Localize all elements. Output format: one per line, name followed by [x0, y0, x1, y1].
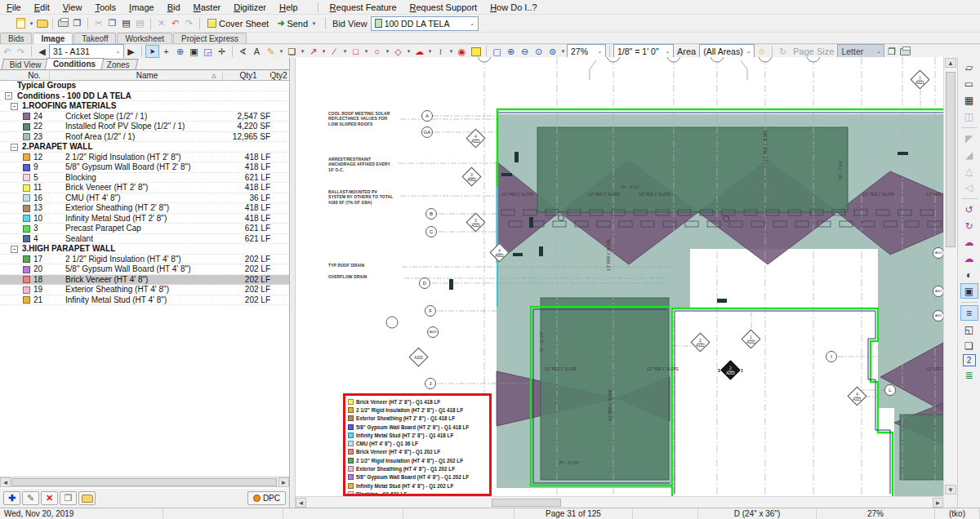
- column-header-qty1[interactable]: Qty1: [227, 70, 270, 81]
- dropdown-caret-icon[interactable]: ▾: [405, 48, 412, 55]
- zoom-out-button[interactable]: ⊖: [518, 45, 532, 58]
- add-condition-button[interactable]: ✚: [3, 491, 20, 505]
- panel-horizontal-scrollbar[interactable]: ◄ ►: [0, 477, 289, 487]
- zoom-actual-button[interactable]: ⊙: [532, 45, 546, 58]
- menu-edit[interactable]: Edit: [28, 0, 56, 15]
- collapse-toggle-icon[interactable]: −: [11, 246, 18, 253]
- scroll-up-icon[interactable]: ▲: [945, 58, 956, 68]
- takeoff-legend[interactable]: Brick Veneer (HT 2' 8") - Q1 418 LF2 1/2…: [343, 393, 492, 496]
- condition-row[interactable]: 21Infinity Metal Stud (HT 4' 8")202 LF: [0, 295, 289, 306]
- menu-digitizer[interactable]: Digitizer: [227, 0, 273, 15]
- color-adjust-button[interactable]: ▣: [960, 283, 978, 299]
- dropdown-arrow-icon[interactable]: ⌄: [663, 45, 672, 58]
- scroll-thumb[interactable]: [946, 72, 956, 247]
- record-annotation-button[interactable]: ◉: [455, 45, 469, 58]
- cover-sheet-button[interactable]: Cover Sheet: [203, 16, 273, 31]
- line-annotation-button[interactable]: ∕: [327, 45, 341, 58]
- flip-vertical-button[interactable]: △: [960, 163, 978, 179]
- dropdown-caret-icon[interactable]: ▾: [426, 48, 434, 55]
- tab-worksheet[interactable]: Worksheet: [117, 33, 172, 43]
- previous-page-button[interactable]: ◀: [35, 45, 49, 58]
- scroll-left-icon[interactable]: ◄: [0, 477, 11, 487]
- send-button[interactable]: ➜Send▾: [273, 16, 322, 31]
- group-row[interactable]: −1.ROOFING MATERIALS: [0, 101, 289, 112]
- crop-takeoff-button[interactable]: ▱: [960, 60, 978, 75]
- flip-diagonal2-button[interactable]: ◢: [960, 147, 978, 162]
- rectangle-annotation-button[interactable]: □: [349, 45, 363, 58]
- grid-button[interactable]: ▦: [960, 92, 978, 108]
- invert-colors-button[interactable]: ◐: [960, 267, 978, 282]
- drawing-vertical-scrollbar[interactable]: ▲ ▼: [943, 57, 957, 496]
- cloud-flip-button[interactable]: ☁: [960, 251, 978, 266]
- edit-condition-button[interactable]: ✎: [22, 491, 39, 505]
- menu-request-support[interactable]: Request Support: [403, 0, 484, 15]
- text-tool-button[interactable]: A: [250, 45, 264, 58]
- paste-button[interactable]: ▤: [119, 17, 133, 30]
- zoom-tool-button[interactable]: ⊕: [173, 45, 187, 58]
- select-tool-button[interactable]: ➤: [145, 45, 159, 58]
- magic-wand-button[interactable]: ☆: [755, 45, 768, 58]
- compare-pages-button[interactable]: 2: [963, 354, 976, 366]
- pan-tool-button[interactable]: ✛: [215, 45, 229, 58]
- drawing-horizontal-scrollbar[interactable]: ◄ ►: [296, 496, 943, 508]
- rotate-left-button[interactable]: ↺: [960, 202, 978, 217]
- collapse-toggle-icon[interactable]: −: [11, 144, 18, 151]
- condition-row[interactable]: 4Sealant621 LF: [0, 234, 289, 245]
- group-row[interactable]: Typical Groups: [0, 81, 289, 91]
- condition-row[interactable]: 18Brick Veneer (HT 4' 8")202 LF: [0, 275, 289, 286]
- crop-rectangle-button[interactable]: ▭: [960, 76, 978, 91]
- new-takeoff-button[interactable]: [14, 17, 28, 30]
- dropdown-arrow-icon[interactable]: ⌄: [468, 17, 477, 30]
- condition-row[interactable]: 16CMU (HT 4' 8")36 LF: [0, 193, 289, 204]
- rotate-right-button[interactable]: ↻: [960, 218, 978, 233]
- delete-button[interactable]: ✕: [154, 17, 168, 30]
- scroll-right-icon[interactable]: ►: [278, 477, 289, 487]
- dropdown-arrow-icon[interactable]: ⌄: [744, 45, 753, 58]
- erase-area-button[interactable]: ◫: [960, 109, 978, 124]
- group-row[interactable]: −Conditions - 100 DD LA TELA: [0, 91, 289, 102]
- tab-project-express[interactable]: Project Express: [173, 33, 247, 43]
- scroll-thumb[interactable]: [11, 478, 277, 486]
- show-legend-button[interactable]: ≣: [960, 367, 978, 383]
- column-header-no[interactable]: No.: [20, 70, 49, 81]
- polygon-annotation-button[interactable]: ◇: [391, 45, 405, 58]
- paste-special-button[interactable]: ▤: [133, 17, 147, 30]
- dropdown-caret-icon[interactable]: ▾: [384, 48, 391, 55]
- new-group-button[interactable]: [78, 491, 96, 505]
- next-page-button[interactable]: ▶: [124, 45, 138, 58]
- scroll-right-icon[interactable]: ►: [933, 498, 943, 508]
- condition-row[interactable]: 3Precast Parapet Cap621 LF: [0, 224, 289, 234]
- menu-tools[interactable]: Tools: [88, 0, 122, 15]
- delete-condition-button[interactable]: ✕: [41, 491, 58, 505]
- condition-row[interactable]: 23Roof Area (1/2" / 1)12,965 SF: [0, 132, 289, 143]
- dropdown-arrow-icon[interactable]: ⌄: [874, 45, 883, 58]
- condition-row[interactable]: 10Infinity Metal Stud (HT 2' 8")418 LF: [0, 214, 289, 224]
- dropdown-caret-icon[interactable]: ▾: [299, 48, 306, 55]
- panel-tab-bid-view[interactable]: Bid View: [2, 59, 50, 69]
- copy-button[interactable]: ❐: [105, 17, 119, 30]
- redo-button[interactable]: ↷: [182, 17, 196, 30]
- condition-row[interactable]: 11Brick Veneer (HT 2' 8")418 LF: [0, 183, 289, 193]
- menu-view[interactable]: View: [56, 0, 89, 15]
- condition-row[interactable]: 205/8" Gypsum Wall Board (HT 4' 8")202 L…: [0, 264, 289, 275]
- column-separator[interactable]: [222, 71, 223, 80]
- dropdown-arrow-icon[interactable]: ⌄: [114, 45, 122, 58]
- dropdown-caret-icon[interactable]: ▾: [363, 48, 370, 55]
- page-selector-combo[interactable]: 31 - A131⌄: [49, 44, 124, 59]
- column-separator[interactable]: [49, 71, 50, 80]
- print-preview-button[interactable]: ❐: [70, 17, 84, 30]
- open-button[interactable]: [35, 17, 49, 30]
- tab-takeoff[interactable]: Takeoff: [74, 33, 116, 43]
- image-stamp-button[interactable]: ❏: [285, 45, 299, 58]
- dimension-tool-button[interactable]: ∢: [236, 45, 250, 58]
- condition-row[interactable]: 24Cricket Slope (1/2" / 1)2,547 SF: [0, 112, 289, 122]
- crosshair-tool-button[interactable]: +: [159, 45, 173, 58]
- column-header-name[interactable]: Name: [90, 70, 204, 81]
- dropdown-caret-icon[interactable]: ▾: [278, 48, 285, 55]
- cloud-annotation-button[interactable]: ☁: [412, 45, 426, 58]
- print-page-button[interactable]: [898, 45, 912, 58]
- condition-row[interactable]: 22Installed Roof PV Slope (1/2" / 1)4,22…: [0, 122, 289, 132]
- column-separator[interactable]: [271, 71, 272, 80]
- conditions-grid-header[interactable]: No.NameQty1Qty2△: [0, 70, 289, 81]
- tab-image[interactable]: Image: [33, 33, 73, 44]
